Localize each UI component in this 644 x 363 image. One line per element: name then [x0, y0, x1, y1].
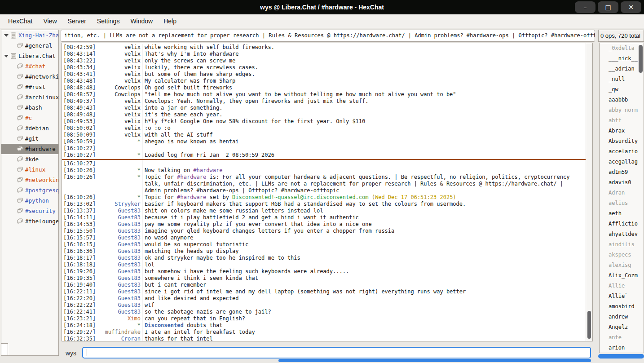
nick[interactable]: velix — [97, 58, 141, 64]
minimize-button[interactable]: – — [575, 1, 595, 13]
nick[interactable]: Guest83 — [97, 221, 141, 228]
user-list-item[interactable]: ante — [600, 332, 644, 343]
tree-item-libera-chat[interactable]: Libera.Chat — [1, 51, 58, 61]
user-list-item[interactable]: alexisg — [600, 260, 644, 270]
user-list-item[interactable]: adavis0 — [600, 177, 644, 188]
user-list-item[interactable]: Allie — [600, 281, 644, 291]
user-list-item[interactable]: aeth — [600, 208, 644, 219]
menu-hexchat[interactable]: HexChat — [3, 16, 38, 27]
user-list-item[interactable]: amosbird — [600, 301, 644, 312]
nick[interactable]: Guest83 — [97, 261, 141, 268]
nick[interactable]: velix — [97, 78, 141, 84]
tree-item--git[interactable]: #git — [1, 133, 58, 144]
nick[interactable]: velix — [97, 51, 141, 58]
nick[interactable]: Guest83 — [97, 288, 141, 295]
userlist-scrollbar-thumb[interactable] — [639, 45, 643, 73]
menu-window[interactable]: Window — [125, 16, 158, 27]
user-list-item[interactable]: Absurdity — [600, 136, 644, 146]
nick[interactable]: velix — [97, 71, 141, 78]
nick[interactable]: velix — [97, 125, 141, 132]
nick[interactable]: Guest83 — [97, 282, 141, 288]
tree-item--security[interactable]: #security — [1, 206, 58, 216]
nick[interactable]: muffindrake — [97, 329, 141, 336]
user-list-item[interactable]: aelius — [600, 198, 644, 208]
nick[interactable]: velix — [97, 132, 141, 138]
nick[interactable]: velix — [97, 98, 141, 105]
tree-item--archlinux[interactable]: #archlinux — [1, 92, 58, 102]
user-list-item[interactable]: ___nick__ — [600, 53, 644, 64]
nick[interactable]: * — [97, 322, 141, 329]
user-list-item[interactable]: _0xdelta — [600, 43, 644, 53]
user-list-item[interactable]: _qw — [600, 84, 644, 95]
user-list-item[interactable]: __adrian — [600, 64, 644, 74]
tree-item--python[interactable]: #python — [1, 195, 58, 206]
close-button[interactable]: ✕ — [621, 1, 641, 13]
tree-item--thelounge[interactable]: #thelounge — [1, 216, 58, 226]
tree-item--general[interactable]: #general — [1, 40, 58, 51]
user-list-item[interactable]: Alix_Cozm — [600, 270, 644, 281]
menu-server[interactable]: Server — [62, 16, 92, 27]
nick[interactable] — [97, 145, 141, 152]
user-list-item[interactable]: abff — [600, 115, 644, 126]
nick[interactable]: velix — [97, 111, 141, 118]
tree-item--postgresql[interactable]: #postgresql — [1, 185, 58, 195]
tree-item--hardware[interactable]: #hardware — [1, 144, 58, 154]
user-list-item[interactable]: ahyattdev — [600, 229, 644, 239]
user-list-item[interactable]: Abrax — [600, 126, 644, 136]
user-list-item[interactable]: Afflictio — [600, 219, 644, 229]
tree-item--linux[interactable]: #linux — [1, 164, 58, 175]
nick[interactable]: Guest83 — [97, 235, 141, 241]
user-list-item[interactable]: ad1m59 — [600, 167, 644, 177]
user-list-item[interactable]: Angelz — [600, 322, 644, 332]
user-list-item[interactable]: Allie` — [600, 291, 644, 301]
nick[interactable]: Guest83 — [97, 295, 141, 302]
user-list-item[interactable]: aaabbb — [600, 95, 644, 105]
expander-icon[interactable] — [4, 55, 9, 58]
user-list-item[interactable]: arion — [600, 343, 644, 353]
chat-scrollbar[interactable] — [586, 43, 592, 341]
tree-item--networking[interactable]: ##networking — [1, 71, 58, 82]
nick[interactable]: velix — [97, 105, 141, 111]
expander-icon[interactable] — [4, 34, 9, 37]
nick[interactable]: * — [97, 138, 141, 145]
nick[interactable]: * — [97, 194, 141, 201]
tree-item--bash[interactable]: #bash — [1, 102, 58, 113]
nick[interactable]: Guest83 — [97, 214, 141, 221]
user-list-item[interactable]: abby_norm — [600, 105, 644, 115]
nick[interactable]: Ximo — [97, 315, 141, 322]
nick[interactable]: velix — [97, 44, 141, 51]
nick[interactable]: Croran — [97, 336, 141, 341]
menu-help[interactable]: Help — [158, 16, 182, 27]
nick[interactable]: Guest83 — [97, 302, 141, 309]
nick[interactable]: Guest83 — [97, 241, 141, 248]
user-list-item[interactable]: aindilis — [600, 239, 644, 250]
input-horizontal-scrollbar[interactable] — [278, 359, 591, 362]
user-list-item[interactable]: Adran — [600, 188, 644, 198]
tree-item--networking[interactable]: #networking — [1, 175, 58, 185]
nick[interactable]: Guest83 — [97, 248, 141, 255]
pane-resize-grip[interactable] — [1, 343, 8, 356]
maximize-button[interactable]: □ — [598, 1, 618, 13]
nick[interactable]: * — [97, 174, 141, 194]
nick[interactable]: velix — [97, 64, 141, 71]
nick[interactable]: Guest83 — [97, 255, 141, 261]
tree-item--chat[interactable]: ##chat — [1, 61, 58, 71]
tree-item--c[interactable]: #c — [1, 113, 58, 123]
topic-input[interactable]: ition, etc. | LLMs are not a replacement… — [61, 30, 595, 42]
nick[interactable]: Guest83 — [97, 275, 141, 282]
nick[interactable]: Guest83 — [97, 208, 141, 214]
nick[interactable]: Cowclops — [97, 91, 141, 98]
nick[interactable]: Guest83 — [97, 228, 141, 235]
message-input[interactable] — [82, 347, 591, 359]
menu-view[interactable]: View — [38, 16, 62, 27]
user-list-item[interactable]: accelario — [600, 146, 644, 157]
user-list-item[interactable]: _null — [600, 74, 644, 84]
chat-scrollbar-thumb[interactable] — [587, 311, 591, 339]
nick[interactable]: Stryyker — [97, 201, 141, 208]
nick[interactable] — [97, 160, 141, 167]
nick[interactable]: Guest83 — [97, 309, 141, 315]
nick[interactable]: * — [97, 167, 141, 174]
tree-item--kde[interactable]: #kde — [1, 154, 58, 164]
tree-item-xing-hai-zhan[interactable]: Xing-Hai-Zhan — [1, 30, 58, 40]
nick[interactable]: Guest83 — [97, 268, 141, 275]
